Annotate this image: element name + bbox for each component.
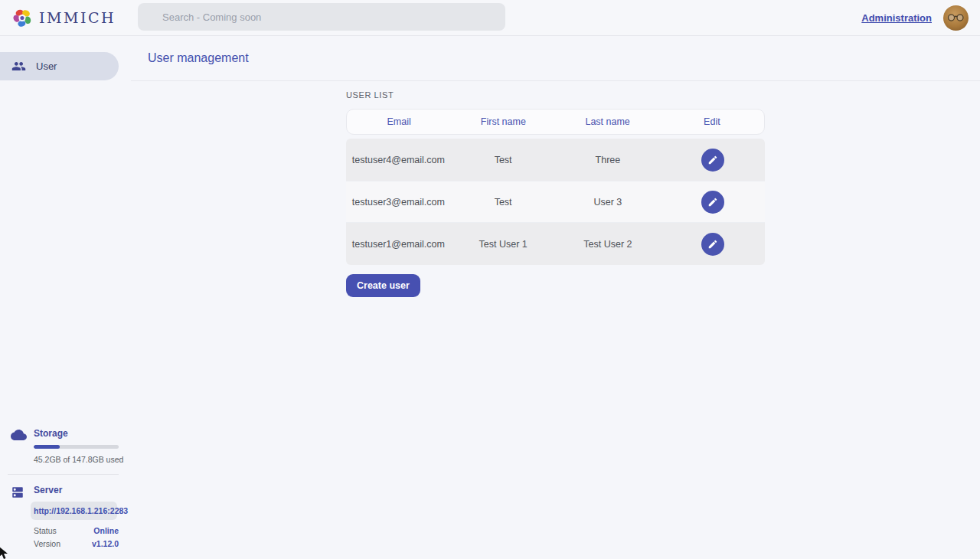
search-bar [138,3,505,31]
cell-last-name: User 3 [556,197,661,208]
users-group-icon [11,59,26,74]
page-title-bar: User management [131,36,980,81]
server-icon [11,485,28,548]
sidebar-footer: Storage 45.2GB of 147.8GB used Server ht… [0,428,119,548]
sidebar-item-user-label: User [36,60,57,72]
version-value: v1.12.0 [92,539,119,548]
edit-user-button[interactable] [701,149,724,172]
create-user-button[interactable]: Create user [346,274,420,297]
column-last-name: Last name [556,116,660,127]
edit-user-button[interactable] [701,233,724,256]
search-input[interactable] [138,3,505,31]
cell-email: testuser4@email.com [346,155,451,165]
server-widget: Server http://192.168.1.216:2283 Status … [0,485,119,548]
mouse-cursor [0,546,10,559]
server-version-row: Version v1.12.0 [34,539,119,548]
cell-email: testuser1@email.com [346,239,451,250]
version-label: Version [34,539,60,548]
table-row: testuser3@email.com Test User 3 [346,181,765,223]
cell-first-name: Test [451,197,556,208]
storage-widget: Storage 45.2GB of 147.8GB used [0,428,119,464]
sidebar-item-user[interactable]: User [0,52,119,80]
column-edit: Edit [660,116,764,127]
app-name: IMMICH [39,9,116,26]
pencil-icon [707,239,718,250]
server-url: http://192.168.1.216:2283 [31,502,117,520]
status-label: Status [34,526,57,535]
cloud-icon [11,428,28,464]
cell-first-name: Test User 1 [451,239,556,250]
table-header-row: Email First name Last name Edit [346,109,765,135]
cell-last-name: Three [556,155,661,165]
storage-progress-bar [34,445,119,449]
status-value: Online [93,526,119,535]
storage-usage-text: 45.2GB of 147.8GB used [34,455,119,464]
server-status-row: Status Online [34,526,119,535]
sidebar-divider [8,474,119,475]
user-avatar[interactable] [943,5,969,31]
top-bar: IMMICH Administration [0,0,980,36]
page-title: User management [148,51,249,65]
cell-first-name: Test [451,155,556,165]
glasses-icon [947,14,965,21]
user-list-label: USER LIST [346,90,765,100]
table-row: testuser4@email.com Test Three [346,139,765,181]
storage-progress-fill [34,445,60,449]
cell-last-name: Test User 2 [556,239,661,250]
sidebar: User Storage 45.2GB of 147.8GB used [0,36,119,559]
pencil-icon [707,155,718,165]
storage-title: Storage [34,428,119,439]
main-content: User management USER LIST Email First na… [131,36,980,559]
app-logo[interactable]: IMMICH [0,8,116,28]
column-first-name: First name [451,116,555,127]
cell-email: testuser3@email.com [346,197,451,208]
user-table: testuser4@email.com Test Three testuser3… [346,139,765,265]
server-title: Server [34,485,119,495]
pencil-icon [707,197,718,208]
immich-flower-icon [12,8,33,28]
administration-link[interactable]: Administration [861,12,932,24]
table-row: testuser1@email.com Test User 1 Test Use… [346,223,765,265]
column-email: Email [347,116,451,127]
edit-user-button[interactable] [701,191,724,214]
